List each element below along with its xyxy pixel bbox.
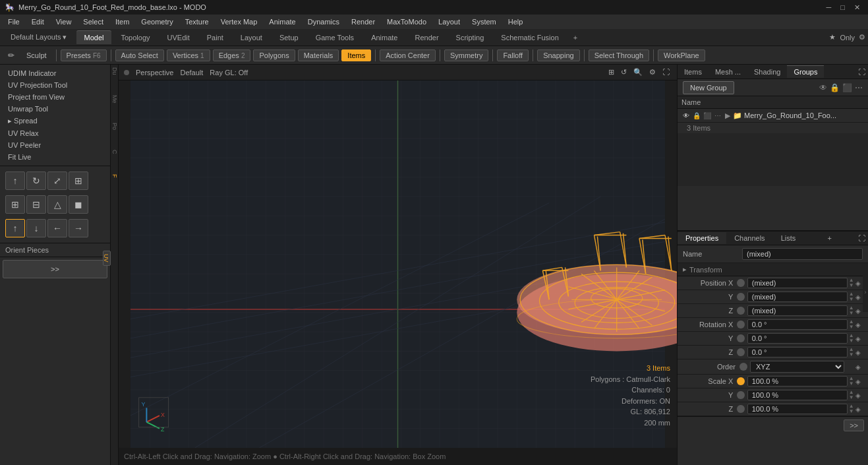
auto-select-button[interactable]: Auto Select: [115, 49, 164, 61]
rotation-y-input[interactable]: [747, 333, 848, 344]
snapping-button[interactable]: Snapping: [537, 49, 580, 61]
props-add-button[interactable]: +: [822, 232, 836, 244]
right-expand-icon[interactable]: ⛶: [855, 66, 868, 78]
menu-item[interactable]: Item: [110, 16, 134, 27]
action-center-button[interactable]: Action Center: [380, 49, 436, 61]
position-y-input[interactable]: [747, 292, 848, 302]
viewport-tool-expand[interactable]: ⛶: [660, 68, 672, 77]
order-anim[interactable]: ◈: [854, 362, 863, 371]
right-tab-items[interactable]: Items: [678, 66, 709, 78]
props-expand-icon[interactable]: ⛶: [855, 232, 868, 244]
sculpt-icon[interactable]: ✏: [4, 48, 18, 63]
rotation-y-dot[interactable]: [737, 334, 744, 342]
tool-project-from-view[interactable]: Project from View: [3, 91, 107, 103]
tab-model[interactable]: Model: [76, 30, 112, 44]
sculpt-label[interactable]: Sculpt: [21, 50, 52, 61]
props-expand-button[interactable]: >>: [844, 419, 864, 431]
maximize-button[interactable]: □: [838, 3, 848, 12]
scale-x-dot[interactable]: [737, 377, 744, 385]
order-dot[interactable]: [739, 363, 747, 371]
scale-z-anim[interactable]: ◈: [854, 404, 863, 414]
rotation-y-anim[interactable]: ◈: [854, 334, 863, 343]
rotation-x-input[interactable]: [747, 319, 848, 330]
rotation-z-dot[interactable]: [737, 348, 744, 356]
position-y-dot[interactable]: [737, 293, 744, 301]
grid-icon-btn[interactable]: ⊞: [5, 195, 25, 214]
rotation-z-anim[interactable]: ◈: [854, 348, 863, 357]
menu-file[interactable]: File: [3, 16, 25, 27]
workplane-button[interactable]: WorkPlane: [658, 49, 705, 61]
transform-icon-btn[interactable]: ⊞: [69, 171, 88, 190]
scale-x-arrows[interactable]: ▲▼: [849, 376, 854, 387]
move-icon-btn[interactable]: ↑: [5, 171, 25, 190]
solid-icon-btn[interactable]: △: [47, 195, 67, 214]
viewport-tool-settings[interactable]: ⚙: [647, 68, 658, 77]
tab-uvedit[interactable]: UVEdit: [159, 31, 198, 44]
right-collapse-strip[interactable]: ›: [863, 272, 868, 312]
scale-y-dot[interactable]: [737, 391, 744, 399]
item-eye-icon[interactable]: 👁: [681, 111, 691, 120]
rotation-z-arrows[interactable]: ▲▼: [849, 347, 854, 357]
tab-animate[interactable]: Animate: [363, 31, 405, 44]
symmetry-button[interactable]: Symmetry: [444, 49, 489, 61]
window-controls[interactable]: ─ □ ✕: [824, 3, 863, 12]
menu-geometry[interactable]: Geometry: [136, 16, 178, 27]
menu-system[interactable]: System: [467, 16, 502, 27]
select-through-button[interactable]: Select Through: [589, 49, 649, 61]
edges-button[interactable]: Edges 2: [213, 49, 251, 61]
tool-udim[interactable]: UDIM Indicator: [3, 67, 107, 79]
right-tab-mesh[interactable]: Mesh ...: [709, 66, 747, 78]
items-button[interactable]: Items: [341, 49, 371, 61]
tab-add-button[interactable]: +: [568, 31, 583, 44]
tab-gametools[interactable]: Game Tools: [308, 31, 362, 44]
position-x-dot[interactable]: [737, 279, 744, 287]
tool-uv-projection[interactable]: UV Projection Tool: [3, 79, 107, 91]
position-z-input[interactable]: [747, 305, 848, 316]
rotation-x-anim[interactable]: ◈: [854, 320, 863, 329]
viewport-tool-refresh[interactable]: ↺: [619, 68, 629, 77]
scale-y-arrows[interactable]: ▲▼: [849, 390, 854, 400]
eye-icon[interactable]: 👁: [819, 83, 827, 92]
tool-spread[interactable]: ▸ Spread: [3, 115, 107, 127]
tool-uv-relax[interactable]: UV Relax: [3, 127, 107, 139]
menu-view[interactable]: View: [51, 16, 77, 27]
tab-topology[interactable]: Topology: [113, 31, 158, 44]
position-x-arrows[interactable]: ▲▼: [849, 278, 854, 288]
tab-channels[interactable]: Channels: [726, 232, 772, 244]
wire-icon-btn[interactable]: ⊟: [26, 195, 46, 214]
scale-x-anim[interactable]: ◈: [854, 377, 863, 386]
arrow-up-icon-btn[interactable]: ↑: [5, 219, 25, 237]
more-icon[interactable]: ⋯: [855, 83, 863, 92]
viewport-tool-grid[interactable]: ⊞: [606, 68, 616, 77]
uv-tab-label[interactable]: UV: [103, 251, 111, 266]
position-z-anim[interactable]: ◈: [854, 306, 863, 315]
position-y-arrows[interactable]: ▲▼: [849, 292, 854, 302]
close-button[interactable]: ✕: [852, 3, 863, 12]
rotation-x-arrows[interactable]: ▲▼: [849, 319, 854, 330]
menu-dynamics[interactable]: Dynamics: [303, 16, 345, 27]
tool-unwrap[interactable]: Unwrap Tool: [3, 103, 107, 115]
tab-default-layouts[interactable]: Default Layouts ▾: [3, 30, 75, 44]
menu-help[interactable]: Help: [503, 16, 529, 27]
item-lock-icon[interactable]: 🔒: [692, 111, 701, 120]
settings-icon[interactable]: ⚙: [859, 33, 865, 42]
rotation-x-dot[interactable]: [737, 321, 744, 328]
right-tab-groups[interactable]: Groups: [787, 65, 824, 78]
texture-icon-btn[interactable]: ◼: [69, 195, 88, 214]
expand-tools-button[interactable]: >>: [3, 260, 107, 278]
tab-schematic[interactable]: Schematic Fusion: [493, 31, 566, 44]
item-render-icon[interactable]: ⬛: [703, 111, 712, 120]
rotate-icon-btn[interactable]: ↻: [26, 171, 46, 190]
menu-texture[interactable]: Texture: [180, 16, 214, 27]
position-z-dot[interactable]: [737, 307, 744, 315]
rotation-y-arrows[interactable]: ▲▼: [849, 333, 854, 344]
rotation-z-input[interactable]: [747, 347, 848, 357]
tool-uv-peeler[interactable]: UV Peeler: [3, 139, 107, 151]
tab-render[interactable]: Render: [407, 31, 446, 44]
item-more-icon[interactable]: ⋯: [713, 111, 722, 120]
tab-setup[interactable]: Setup: [272, 31, 306, 44]
scale-z-input[interactable]: [747, 404, 848, 414]
scale-z-arrows[interactable]: ▲▼: [849, 404, 854, 414]
tab-paint[interactable]: Paint: [199, 31, 231, 44]
scale-z-dot[interactable]: [737, 405, 744, 413]
